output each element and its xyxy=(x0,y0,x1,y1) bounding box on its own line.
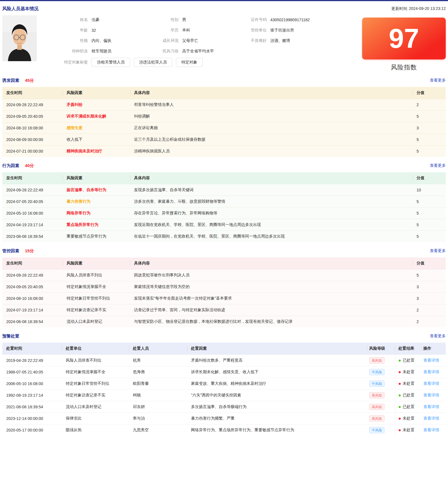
view-more-link[interactable]: 查看更多 xyxy=(430,334,446,339)
cell-risk-factor: 感情失意 xyxy=(63,125,130,131)
factor-section-control: 管控因素15分查看更多发生时间风险因素具体内容分值2024-09-28 22:2… xyxy=(2,248,446,327)
status-dot xyxy=(399,383,401,385)
cell-risk-factor: 矛盾纠纷 xyxy=(63,102,130,107)
cell-handle-factor: “六失”诱因中的关键失控因素 xyxy=(187,393,367,398)
section-head: 预警处置查看更多 xyxy=(2,333,446,339)
view-detail-link[interactable]: 查看详情 xyxy=(423,381,439,386)
alert-handling-section: 预警处置查看更多处置时间处置单位处置人员处置因素风险等级处置结果操作2019-0… xyxy=(2,333,446,436)
field-education: 学历本科 xyxy=(134,28,227,33)
column-header: 发生时间 xyxy=(2,257,63,269)
column-header: 风险因素 xyxy=(63,87,130,99)
column-header: 分值 xyxy=(413,87,446,99)
risk-level-badge: 中风险 xyxy=(369,381,385,387)
cell-handle-person: 欧阳青馨 xyxy=(129,381,187,386)
cell-risk-level: 高风险 xyxy=(367,357,395,364)
field-growth-env: 成长环境父母早亡 xyxy=(134,38,227,43)
cell-score: 10 xyxy=(413,188,446,192)
column-header: 发生时间 xyxy=(2,172,63,184)
cell-time: 2024-09-28 22:22:49 xyxy=(2,273,63,277)
cell-handle-result: 已处置 xyxy=(395,355,421,366)
cell-content: 存在异常言论、异常搜索行为、异常网络购物等 xyxy=(130,211,413,216)
behavior-table: 发生时间风险因素具体内容分值2024-09-28 22:22:49扬言滋事、自杀… xyxy=(2,172,446,242)
cell-risk-factor: 特定对象访查记录不实 xyxy=(63,307,130,313)
cell-risk-factor: 特定对象日常管控不到位 xyxy=(63,296,130,301)
person-photo xyxy=(2,15,37,61)
table-row: 2024-08-09 00:00:00收入低下近三个月及以上无公积金或社保缴存数… xyxy=(2,134,446,145)
cell-handle-unit: 特定对象日常管控不到位 xyxy=(62,381,129,386)
view-more-link[interactable]: 查看更多 xyxy=(430,248,446,253)
view-detail-link[interactable]: 查看详情 xyxy=(423,358,439,362)
column-header: 分值 xyxy=(413,257,446,269)
column-header: 发生时间 xyxy=(2,87,63,99)
cell-handle-factor: 网络异常行为、重点场所异常行为、重要敏感节点异常行为 xyxy=(187,428,367,433)
cell-action: 查看详情 xyxy=(421,393,446,398)
risk-index-value: 97 xyxy=(389,25,419,52)
section-head: 管控因素15分查看更多 xyxy=(2,248,446,254)
column-header: 处置单位 xyxy=(62,343,129,354)
tag-police-incident: 涉相关警情人员 xyxy=(92,58,130,67)
cell-score: 2 xyxy=(413,102,446,107)
risk-level-badge: 高风险 xyxy=(369,357,385,364)
table-header-row: 发生时间风险因素具体内容分值 xyxy=(2,257,446,269)
section-score: 15分 xyxy=(25,248,34,254)
table-header-row: 处置时间处置单位处置人员处置因素风险等级处置结果操作 xyxy=(2,343,446,354)
cell-handle-person: 率与治 xyxy=(129,416,187,421)
cell-risk-factor: 诉求不满或长期未化解 xyxy=(63,114,130,119)
alert-section: 预警处置查看更多处置时间处置单位处置人员处置因素风险等级处置结果操作2019-0… xyxy=(2,333,446,436)
cell-score: 5 xyxy=(413,149,446,153)
table-row: 2024-09-28 22:22:49矛盾纠纷邻里等纠纷警情当事人2 xyxy=(2,99,446,110)
column-header: 风险因素 xyxy=(63,257,130,269)
risk-level-badge: 中风险 xyxy=(369,369,385,375)
view-detail-link[interactable]: 查看详情 xyxy=(423,428,439,432)
control-table: 发生时间风险因素具体内容分值2024-09-28 22:22:49风险人员排查不… xyxy=(2,257,446,327)
view-detail-link[interactable]: 查看详情 xyxy=(423,393,439,397)
table-row: 2006-05-10 16:08:00特定对象日常管控不到位欧阳青馨家庭变故、重… xyxy=(2,378,446,389)
section-title: 诱发因素 xyxy=(2,78,19,83)
cell-handle-person: 九思美空 xyxy=(129,428,187,433)
cell-score: 2 xyxy=(413,308,446,312)
table-row: 2024-09-05 20:40:05特定对象情况掌握不全家庭情况等关键信息字段… xyxy=(2,281,446,292)
cell-handle-factor: 多次扬言滋事、自杀等极端行为 xyxy=(187,404,367,409)
cell-time: 2024-09-05 20:40:05 xyxy=(2,285,63,289)
table-header-row: 发生时间风险因素具体内容分值 xyxy=(2,172,446,184)
view-detail-link[interactable]: 查看详情 xyxy=(423,370,439,374)
table-row: 2024-04-19 23:17:14重点场所异常行为发现近期在党政机关、学校、… xyxy=(2,219,446,230)
cell-handle-factor: 诉求长期未化解、感情失意、收入低下 xyxy=(187,370,367,375)
cell-handle-unit: 眼须从热 xyxy=(62,428,129,433)
cell-content: 在临近十一国庆期间，在党政机关、学校、医院、景区、商圈等同一地点周边多次出现 xyxy=(130,234,413,239)
section-head: 行为因素40分查看更多 xyxy=(2,163,446,168)
table-row: 2024-09-05 20:40:05诉求不满或长期未化解纠纷调解5 xyxy=(2,110,446,122)
cell-score: 5 xyxy=(413,114,446,119)
section-score: 45分 xyxy=(25,78,34,83)
cell-time: 2023-08-08 18:39:54 xyxy=(2,234,63,239)
cell-risk-factor: 收入低下 xyxy=(63,137,130,142)
view-detail-link[interactable]: 查看详情 xyxy=(423,404,439,409)
view-detail-link[interactable]: 查看详情 xyxy=(423,416,439,420)
section-title: 预警处置 xyxy=(2,334,19,339)
cell-time: 2024-07-21 00:00:00 xyxy=(2,149,63,153)
cell-handle-result: 已处置 xyxy=(395,390,421,401)
factor-section-induce: 诱发因素45分查看更多发生时间风险因素具体内容分值2024-09-28 22:2… xyxy=(2,78,446,157)
cell-content: 家庭情况等关键信息字段为空的 xyxy=(130,284,413,289)
table-row: 2019-04-28 22:22:49风险人员排查不到位杭美矛盾纠纷次数多、严重… xyxy=(2,354,446,366)
cell-risk-factor: 扬言滋事、自杀等行为 xyxy=(63,187,130,193)
view-more-link[interactable]: 查看更多 xyxy=(430,163,446,168)
cell-risk-level: 高风险 xyxy=(367,415,395,422)
cell-score: 3 xyxy=(413,126,446,130)
section-head: 诱发因素45分查看更多 xyxy=(2,78,446,83)
cell-action: 查看详情 xyxy=(421,358,446,363)
table-row: 2024-09-28 22:22:49风险人员排查不到位因故意犯罪被作出刑事判决… xyxy=(2,269,446,281)
cell-time: 2024-09-05 20:40:05 xyxy=(2,114,63,119)
cell-handle-unit: 保律非比 xyxy=(62,416,129,421)
risk-person-page: 风险人员基本情况 更新时间2024-09-20 13:23:12 姓名伍豪 性别… xyxy=(0,6,448,447)
profile-fields: 姓名伍豪 性别男 证件号码430502199809171182 年龄32 学历本… xyxy=(40,15,356,67)
cell-action: 查看详情 xyxy=(421,404,446,409)
status-text: 已处置 xyxy=(403,393,415,398)
cell-score: 5 xyxy=(413,234,446,239)
view-more-link[interactable]: 查看更多 xyxy=(430,78,446,83)
update-time: 更新时间2024-09-20 13:23:12 xyxy=(391,6,446,11)
table-row: 2023-12-14 00:00:00保律非比率与治暴力伤害行为频繁、严重高风险… xyxy=(2,413,446,424)
column-header: 风险等级 xyxy=(367,343,395,354)
cell-handle-result: 未处置 xyxy=(395,424,421,436)
column-header: 风险因素 xyxy=(63,172,130,184)
